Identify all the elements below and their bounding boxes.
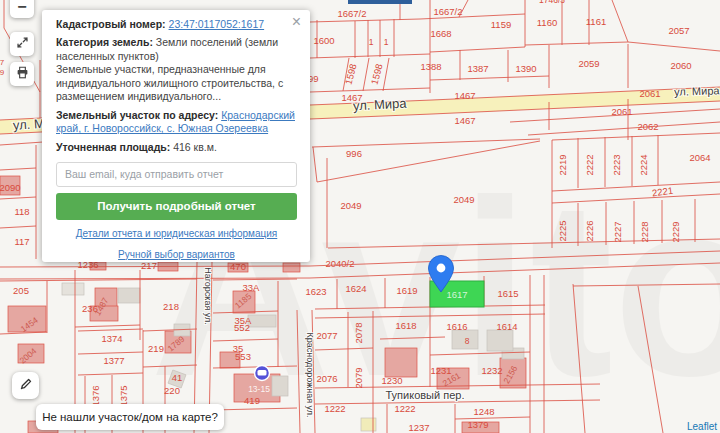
parcel-label: 1390 (515, 63, 536, 74)
parcel-label: 2223 (611, 154, 622, 175)
parcel-label: 2059 (578, 58, 599, 69)
land-category-row: Категория земель: Земли поселений (земли… (56, 36, 297, 103)
parcel-label: 1616 (446, 321, 467, 332)
parcel-label: 2061 (639, 88, 660, 99)
parcel-label: 2226 (584, 220, 595, 241)
parcel-label: 1159 (491, 19, 511, 30)
parcel-label: 218 (163, 301, 179, 312)
parcel-label: 8 (465, 336, 470, 346)
street-label: ул. Мира (353, 96, 408, 114)
area-row: Уточненная площадь: 416 кв.м. (56, 141, 297, 154)
building (283, 263, 300, 272)
parcel-label: 419 (244, 395, 260, 406)
building (385, 348, 417, 377)
parcel-label: 2227 (612, 221, 623, 242)
parcel-label: 996 (346, 148, 362, 159)
parcel-label: 1667/2 (337, 8, 366, 19)
parcel-label: 2049 (453, 194, 474, 205)
building (361, 418, 376, 431)
parcel-label: 1379 (467, 419, 488, 430)
cadastral-number-row: Кадастровый номер: 23:47:0117052:1617 (56, 18, 297, 31)
parcel-label: 1668 (430, 28, 451, 39)
building (272, 376, 288, 396)
parcel-label: 2079 (353, 367, 364, 388)
parcel-label: 1615 (497, 288, 518, 299)
cutoff-top-element (348, 0, 412, 4)
parcel-label: 1619 (396, 285, 417, 296)
parcel-label: 1388 (420, 61, 441, 72)
cadastral-number-link[interactable]: 23:47:0117052:1617 (169, 18, 265, 30)
parcel-label: 1161 (586, 16, 606, 27)
parcel-label: 2219 (557, 154, 568, 175)
parcel-label: 1624 (345, 283, 366, 294)
street-label: Краснодорожная ул. (305, 332, 315, 417)
expand-icon (16, 35, 29, 53)
parcel-label: 1237 (408, 422, 429, 433)
street-label: ул. Мира (674, 84, 720, 98)
parcel-label: 553 (235, 351, 251, 362)
parcel-label: 117 (14, 236, 29, 247)
print-icon (16, 65, 29, 83)
parcel-label: 2057 (668, 25, 689, 36)
parcel-label: 2228 (639, 221, 650, 242)
parcel-label: 219 (148, 343, 164, 354)
parcel-label: 1160 (537, 17, 557, 28)
parcel-label: 220 (164, 385, 180, 396)
get-report-button[interactable]: Получить подробный отчет (56, 193, 297, 220)
parcel-label: 41 (172, 372, 183, 383)
parcel-label: 2064 (689, 152, 710, 163)
parcel-label: 1387 (467, 63, 488, 74)
manual-select-link[interactable]: Ручной выбор вариантов (56, 249, 297, 262)
cadastral-number-label: Кадастровый номер: (56, 18, 166, 30)
tooltip-text: Не нашли участок/дом на карте? (42, 411, 218, 423)
parcel-label: 1 (384, 37, 389, 47)
building (62, 283, 84, 295)
land-category-description: Земельные участки, предназначенные для и… (56, 63, 297, 103)
parcel-info-panel: × Кадастровый номер: 23:47:0117052:1617 … (42, 10, 310, 262)
parcel-label: 470 (230, 261, 246, 272)
print-button[interactable] (10, 62, 34, 86)
land-category-label: Категория земель: (56, 36, 153, 48)
parcel-label: 2076 (316, 373, 337, 384)
parcel-label: 1230 (381, 375, 402, 386)
parcel-label: 13-15 (248, 384, 270, 394)
street-label: Тупиковый пер. (386, 389, 465, 401)
parcel-label: 2224 (638, 154, 649, 175)
parcel-label: 2061 (611, 106, 632, 117)
location-pin-hole (437, 264, 446, 273)
map-hint-tooltip[interactable]: Не нашли участок/дом на карте? (36, 404, 224, 430)
parcel-label: 1746/3 (539, 0, 565, 5)
parcel-label: 1374 (101, 333, 122, 344)
parcel-label: 2090 (0, 182, 21, 193)
parcel-label: 9 (0, 68, 5, 77)
cadastral-map-app: Avito16171667/21667/21746/31159116011612… (0, 0, 720, 433)
parcel-label: 2078 (353, 322, 364, 343)
report-details-link[interactable]: Детали отчета и юридическая информация (56, 228, 297, 241)
parcel-label: 1467 (454, 115, 475, 126)
parcel-label: 2225 (557, 220, 568, 241)
close-icon[interactable]: × (292, 14, 301, 30)
email-input[interactable] (56, 162, 297, 187)
street-label: Нагорская ул. (203, 267, 213, 325)
parcel-label: 1623 (305, 286, 326, 297)
building (248, 315, 276, 327)
address-label: Земельный участок по адресу: (56, 109, 218, 121)
parcel-label: 1 (369, 37, 374, 47)
parcel-label: 2222 (584, 154, 595, 175)
building (118, 288, 140, 303)
area-value: 416 кв.м. (173, 141, 217, 153)
edit-button[interactable] (12, 372, 39, 399)
parcel-label: 1618 (395, 320, 416, 331)
parcel-label: 2062 (637, 121, 658, 132)
expand-button[interactable] (10, 32, 34, 56)
parcel-label: 1222 (394, 403, 415, 414)
pencil-icon (19, 377, 33, 395)
parcel-label: 1222 (324, 403, 345, 414)
parcel-label: 1614 (496, 321, 517, 332)
parcel-label: 1600 (313, 35, 334, 46)
zoom-out-button[interactable]: − (10, 0, 34, 18)
parcel-label: 1232 (481, 365, 502, 376)
address-row: Земельный участок по адресу: Краснодарск… (56, 109, 297, 136)
leaflet-attribution[interactable]: Leaflet (687, 421, 717, 432)
parcel-label: 118 (14, 206, 29, 217)
